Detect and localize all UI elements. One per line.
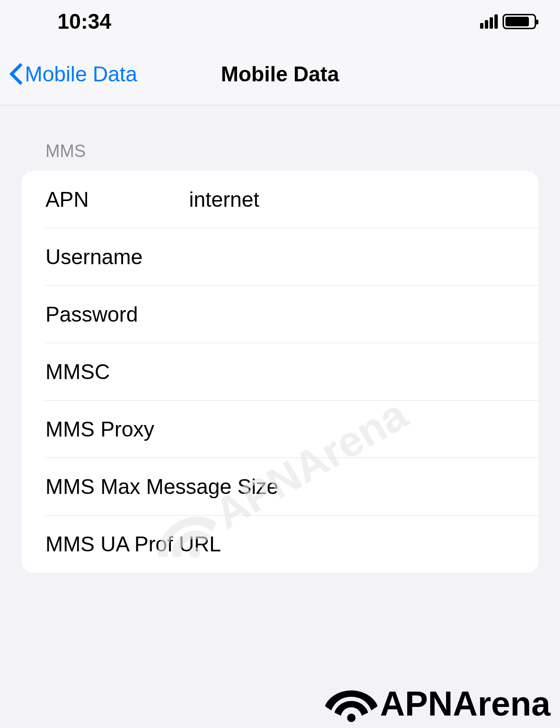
mms-ua-prof-label: MMS UA Prof URL [45,532,515,556]
chevron-left-icon [10,64,21,84]
username-input[interactable] [189,245,515,269]
page-title: Mobile Data [221,62,339,86]
apn-input[interactable] [189,188,515,212]
mmsc-input[interactable] [189,360,515,384]
back-label: Mobile Data [25,62,137,86]
content-area: MMS APNArena APN Username Password [0,105,560,573]
svg-point-1 [347,714,356,722]
section-header-mms: MMS [22,105,538,171]
apn-label: APN [45,188,189,212]
apn-row[interactable]: APN [22,171,538,228]
password-label: Password [45,302,189,326]
cellular-signal-icon [480,14,498,29]
password-row[interactable]: Password [22,286,538,343]
mmsc-label: MMSC [45,360,189,384]
mms-proxy-row[interactable]: MMS Proxy [22,401,538,458]
mms-max-size-label: MMS Max Message Size [45,475,515,499]
mmsc-row[interactable]: MMSC [22,343,538,401]
username-row[interactable]: Username [22,228,538,286]
footer-brand-text: APNArena [380,684,550,723]
mms-proxy-label: MMS Proxy [45,417,189,441]
mms-ua-prof-row[interactable]: MMS UA Prof URL [22,515,538,573]
username-label: Username [45,245,189,269]
mms-settings-group: APNArena APN Username Password MMSC MMS … [22,171,538,573]
wifi-icon [325,684,378,723]
footer-brand: APNArena [325,684,550,723]
status-indicators [480,14,536,29]
mms-max-size-row[interactable]: MMS Max Message Size [22,458,538,515]
battery-icon [503,14,536,29]
password-input[interactable] [189,302,515,326]
mms-proxy-input[interactable] [189,417,515,441]
back-button[interactable]: Mobile Data [10,62,137,86]
status-time: 10:34 [24,10,112,34]
navigation-bar: Mobile Data Mobile Data [0,43,560,105]
status-bar: 10:34 [0,0,560,43]
